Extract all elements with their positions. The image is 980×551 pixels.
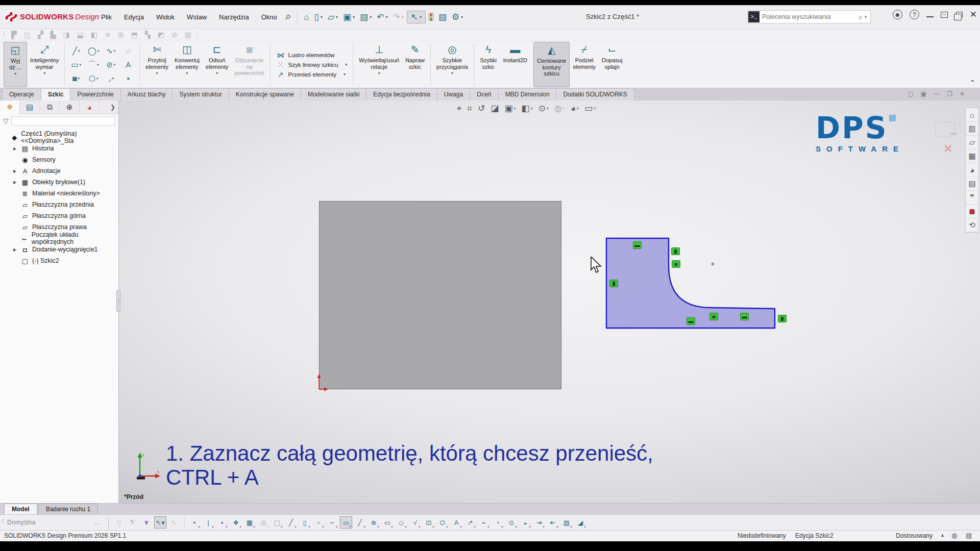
filter-text-icon[interactable]: A (450, 516, 462, 529)
tree-item-obiekty[interactable]: ▶ ▦ Obiekty bryłowe(1) (0, 177, 118, 188)
rectangle-tool-icon[interactable]: ▭▾ (67, 58, 85, 71)
taskpane-view-palette-icon[interactable]: ▦ (966, 149, 978, 163)
dropdown-caret-icon[interactable]: ▾ (114, 49, 116, 53)
horizontal-constraint-badge[interactable]: ▬ (633, 241, 642, 249)
filter-toggle-icon[interactable]: ▼ (140, 516, 153, 529)
cancel-sketch-icon[interactable]: ✕ (943, 142, 952, 156)
spline-tool-icon[interactable]: ∿▾ (102, 44, 119, 58)
panel-splitter-handle[interactable]: ⋮ (116, 290, 120, 312)
point-tool-icon[interactable]: ▪ (119, 71, 137, 85)
doc-icon[interactable]: ▢ (908, 90, 913, 97)
expand-arrow-icon[interactable]: ▶ (13, 180, 20, 185)
filter-datums-icon[interactable]: ◔ (492, 516, 504, 529)
search-input[interactable] (760, 13, 859, 20)
dropdown-caret-icon[interactable]: ▾ (461, 15, 463, 19)
tree-item-historia[interactable]: ▶ ▤ Historia (0, 143, 118, 154)
undo-icon[interactable]: ↶▾ (375, 11, 389, 23)
options-list-icon[interactable]: ▤ (436, 11, 449, 23)
dropdown-caret-icon[interactable]: ▾ (156, 71, 158, 76)
select-magnify-icon[interactable]: ↖ (168, 516, 180, 529)
taskpane-design-library-icon[interactable]: ▥ (966, 122, 978, 136)
help-icon[interactable]: ? (910, 10, 919, 19)
home-icon[interactable]: ⌂ (302, 11, 311, 23)
dropdown-caret-icon[interactable]: ▾ (161, 519, 165, 527)
dropdown-caret-icon[interactable]: ▾ (577, 106, 579, 111)
tree-item-dodanie[interactable]: ▶ ◘ Dodanie-wyciągnięcie1 (0, 244, 118, 255)
repair-sketch-button[interactable]: ✎ Naprawszkic (402, 42, 428, 87)
ellipse-tool-icon[interactable]: ⊘▾ (102, 58, 119, 71)
print-icon[interactable]: ▤▾ (358, 11, 374, 23)
filter-notes-icon[interactable]: ∅ (436, 516, 449, 529)
section-view-icon[interactable]: ◪ (489, 102, 500, 115)
dropdown-caret-icon[interactable]: ▾ (514, 106, 516, 111)
dropdown-caret-icon[interactable]: ▾ (96, 77, 99, 81)
units-caret-icon[interactable]: ▲ (940, 533, 945, 538)
dropdown-caret-icon[interactable]: ▾ (43, 71, 45, 76)
dropdown-caret-icon[interactable]: ▾ (216, 71, 218, 76)
menu-wstaw[interactable]: Wstaw (182, 11, 212, 23)
model-tab[interactable]: Model (4, 504, 37, 514)
filter-balloons-icon[interactable]: ◒ (519, 516, 531, 529)
vertical-constraint-badge[interactable]: ▮ (778, 315, 787, 322)
move-entities-button[interactable]: ↗ Przenieś elementy ▾ (276, 70, 348, 79)
dropdown-caret-icon[interactable]: ▾ (97, 49, 100, 53)
tangent-constraint-badge[interactable]: ⌀ (672, 260, 680, 268)
display-delete-relations-button[interactable]: ⊥ Wyświetlaj/usuńrelacje ▾ (356, 42, 402, 87)
filter-dimensions-icon[interactable]: √ (409, 516, 421, 529)
filter-solid-bodies-icon[interactable]: ▦ (243, 516, 256, 529)
tab-feature-tree[interactable]: ❖ (0, 101, 20, 114)
dropdown-caret-icon[interactable]: ▾ (420, 15, 422, 19)
filter-xyz-icon[interactable]: ◢ (574, 516, 586, 529)
horizontal-constraint-badge[interactable]: ▬ (687, 317, 695, 325)
dropdown-caret-icon[interactable]: ▾ (385, 15, 387, 19)
dropdown-caret-icon[interactable]: ▾ (14, 71, 16, 76)
sketch2-geometry[interactable]: + ▬▮⌀▮▬⌀▬▮ (602, 233, 790, 335)
hide-show-items-icon[interactable]: ⊙▾ (537, 102, 550, 115)
filter-edges-icon[interactable]: | (202, 516, 214, 529)
taskpane-recover-icon[interactable]: ⟲ (966, 218, 978, 232)
toolbar-drag-handle[interactable]: ⁞ (3, 31, 5, 37)
shaded-sketch-contours-button[interactable]: ◭ Cieniowanekonturyszkicu (533, 42, 570, 87)
tree-item-adnotacje[interactable]: ▶ A Adnotacje (0, 165, 118, 177)
tree-item-poczatek[interactable]: ▶ ⌙ Początek układu współrzędnych (0, 233, 118, 244)
dropdown-caret-icon[interactable]: ▾ (336, 15, 338, 19)
command-search[interactable]: >_ ⌕ ▼ (747, 10, 871, 23)
filter-weld-symbols-icon[interactable]: ↗ (464, 516, 476, 529)
fit-spline-button[interactable]: ⌙ Dopasujsplajn (599, 42, 625, 87)
model-tab[interactable]: Badanie ruchu 1 (38, 504, 98, 514)
horizontal-constraint-badge[interactable]: ▬ (740, 313, 749, 320)
taskpane-home-icon[interactable]: ⌂ (966, 108, 978, 122)
dropdown-caret-icon[interactable]: ▾ (97, 63, 99, 67)
filter-annotations-icon[interactable]: ⊡ (423, 516, 435, 529)
rebuild-traffic-light-icon[interactable] (427, 11, 435, 22)
tab-dimxpert[interactable]: ⊕ (60, 101, 80, 114)
restore-button[interactable] (956, 12, 963, 17)
view-settings-icon[interactable]: ▭▾ (583, 102, 597, 115)
filter-faces-icon[interactable]: ▪ (216, 516, 228, 529)
sketch-point-marker[interactable]: + (710, 260, 715, 268)
offset-entities-button[interactable]: ⊏ Odsuńelementy ▾ (203, 42, 232, 87)
apply-scene-icon[interactable]: ◕▾ (570, 103, 580, 115)
tree-item-material[interactable]: ▶ ≣ Materiał <nieokreślony> (0, 188, 118, 199)
fillet-tool-icon[interactable]: ◞▾ (102, 71, 119, 85)
dropdown-caret-icon[interactable]: ▾ (547, 106, 549, 111)
filter-decals-icon[interactable]: ◇ (395, 516, 407, 529)
configuration-dropdown[interactable]: Domyślna ◡ (7, 519, 104, 526)
display-style-icon[interactable]: ◧▾ (521, 102, 534, 115)
filter-sketch-points-icon[interactable]: ⊕ (368, 516, 380, 529)
sketch-profile[interactable] (602, 233, 790, 335)
settings-gear-icon[interactable]: ⚙▾ (450, 11, 465, 23)
convert-entities-button[interactable]: ◫ Konwertujelementy ▾ (172, 42, 203, 87)
linear-sketch-pattern-button[interactable]: ⁙ Szyk liniowy szkicu ▾ (276, 61, 348, 69)
polygon-tool-icon[interactable]: ⬡▾ (85, 71, 102, 85)
expand-arrow-icon[interactable]: ▶ (13, 247, 20, 252)
arc-tool-icon[interactable]: ⌒▾ (85, 58, 102, 71)
panel-expand-icon[interactable]: ❯ (110, 104, 115, 111)
filter-sketch-icon[interactable]: ▭ (340, 516, 352, 529)
taskpane-file-explorer-icon[interactable]: ▱ (966, 136, 978, 149)
filter-frames-icon[interactable]: ◍ (257, 516, 270, 529)
surface-tool-icon[interactable]: ▱ (119, 44, 137, 58)
dropdown-caret-icon[interactable]: ▾ (112, 77, 114, 81)
filter-funnel-icon[interactable]: ▽ (3, 117, 9, 125)
filter-axes-icon[interactable]: ╱ (285, 516, 297, 529)
